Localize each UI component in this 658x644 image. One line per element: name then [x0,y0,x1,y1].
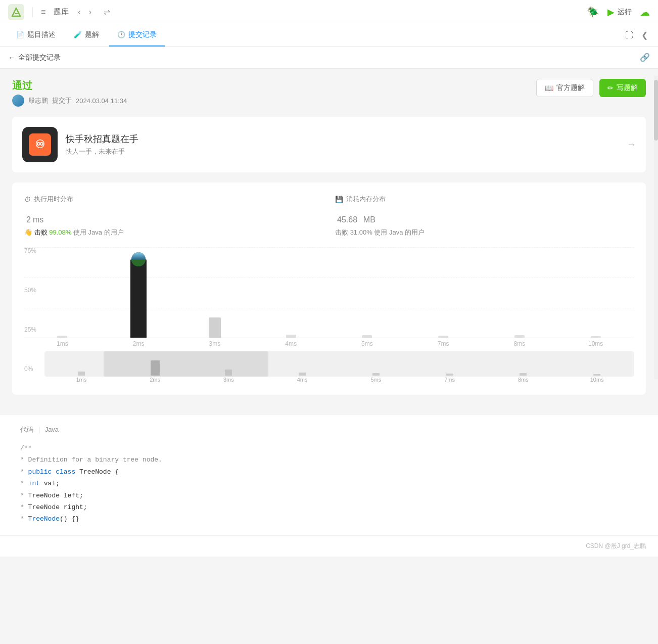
nav-arrows: ‹ › [75,7,95,18]
footer-text: CSDN @殷J grd_志鹏 [586,542,646,550]
code-section: 代码 | Java /** * Definition for a binary … [0,415,658,535]
code-line-6: * TreeNode right; [20,501,638,513]
xlabel-1ms: 1ms [24,340,101,347]
upload-icon[interactable]: ☁ [640,6,650,18]
banner-subtitle: 快人一手，未来在手 [66,147,138,156]
bar-group-5ms [329,247,405,338]
nav-shuffle-button[interactable]: ⇌ [101,6,113,18]
banner-left: ♾ 快手秋招真题在手 快人一手，未来在手 [22,127,138,162]
mini-chart-row [24,351,634,377]
share-link-icon[interactable]: 🔗 [640,53,650,62]
nav-back-button[interactable]: ‹ [75,7,83,18]
bar-group-1ms [24,247,101,338]
logo[interactable] [8,4,24,20]
tab-actions: ⛶ ❮ [623,28,650,42]
time-icon: ⏱ [24,196,31,203]
nav-title: 题库 [54,7,69,17]
code-line-4: * int val; [20,478,638,489]
official-solution-button[interactable]: 📖 官方题解 [536,79,593,97]
mini-bar-4ms-bar [299,373,306,376]
scroll-thumb[interactable] [654,80,658,141]
nav-list-icon: ≡ [41,8,45,17]
mini-xlabel-3ms: 3ms [192,377,266,383]
submission-date: 2024.03.04 11:34 [76,97,127,105]
collapse-button[interactable]: ❮ [639,28,650,42]
code-block: /** * Definition for a binary tree node.… [20,442,638,525]
bar-group-2ms [101,247,177,338]
chart-bars [24,247,634,338]
chart-bars-area: 1ms 2ms 3ms 4ms 5ms 7ms 8ms 10ms [24,247,634,347]
mini-xlabel-7ms: 7ms [413,377,487,383]
tab-description[interactable]: 📄 题目描述 [8,24,64,47]
tab-solution-icon: 🧪 [74,31,82,38]
mini-bar-5ms [339,354,413,377]
run-button[interactable]: ▶ 运行 [607,7,632,18]
xlabel-3ms: 3ms [177,340,253,347]
memory-desc-prefix: 击败 [335,228,348,236]
run-play-icon: ▶ [607,7,615,18]
mini-bar-8ms [487,354,560,377]
time-value: 2ms [24,210,323,226]
memory-desc: 击败 31.00% 使用 Java 的用户 [335,228,634,237]
code-line-5: * TreeNode left; [20,490,638,501]
bar-1ms [57,336,67,338]
write-solution-button[interactable]: ✏ 写题解 [599,79,646,97]
code-lang: Java [45,426,59,433]
write-label: 写题解 [617,83,638,93]
submitted-label: 提交于 [52,96,72,105]
memory-label-text: 消耗内存分布 [346,195,386,204]
banner-logo: ♾ [22,127,58,162]
nav-forward-button[interactable]: › [86,7,95,18]
mini-xlabel-1ms: 1ms [44,377,118,383]
bar-group-4ms [253,247,329,338]
nav-right: 🪲 ▶ 运行 ☁ [587,6,650,18]
back-button[interactable]: ← 全部提交记录 [8,53,61,62]
bar-7ms [438,336,448,338]
banner-text: 快手秋招真题在手 快人一手，未来在手 [66,133,138,156]
code-meta: 代码 | Java [20,425,638,434]
tab-description-icon: 📄 [16,31,24,38]
chart-area: 75% 50% 25% 0% [24,247,634,383]
mini-bar-4ms [265,354,339,377]
scroll-track[interactable] [654,76,658,379]
y-label-0: 0% [24,365,41,373]
time-wave-icon: 👋 [24,228,32,236]
write-icon: ✏ [607,84,614,92]
status-right: 📖 官方题解 ✏ 写题解 [536,79,646,97]
chart-main: 75% 50% 25% 0% [24,247,634,347]
memory-number: 45.68 [337,215,357,224]
footer: CSDN @殷J grd_志鹏 [0,535,658,557]
tab-submissions[interactable]: 🕐 提交记录 [109,24,165,47]
mini-bar-5ms-bar [372,373,380,376]
back-label: 全部提交记录 [18,53,61,62]
tab-description-label: 题目描述 [27,30,56,39]
mini-chart-handle[interactable] [104,351,268,377]
bar-group-8ms [482,247,558,338]
bar-8ms [514,335,525,338]
memory-stat-label: 💾 消耗内存分布 [335,195,634,204]
code-line-1: /** [20,442,638,454]
xlabel-10ms: 10ms [557,340,634,347]
mini-xlabel-4ms: 4ms [265,377,339,383]
xlabel-8ms: 8ms [482,340,558,347]
bar-group-10ms [557,247,634,338]
time-stat-label: ⏱ 执行用时分布 [24,195,323,204]
time-number: 2 [26,215,31,224]
tab-solution[interactable]: 🧪 题解 [66,24,107,47]
code-separator: | [38,426,40,433]
official-label: 官方题解 [556,83,585,93]
official-icon: 📖 [545,84,553,92]
fullscreen-button[interactable]: ⛶ [623,28,635,42]
tab-submissions-icon: 🕐 [117,31,125,38]
time-stat-section: ⏱ 执行用时分布 2ms 👋 击败 99.08% 使用 Java 的用户 [24,195,323,237]
banner-card[interactable]: ♾ 快手秋招真题在手 快人一手，未来在手 → [12,117,646,172]
status-meta: 殷志鹏 提交于 2024.03.04 11:34 [12,95,127,107]
debug-icon[interactable]: 🪲 [587,6,599,18]
tab-bar: 📄 题目描述 🧪 题解 🕐 提交记录 ⛶ ❮ [0,24,658,47]
xlabel-4ms: 4ms [253,340,329,347]
run-label: 运行 [618,8,632,17]
xlabel-7ms: 7ms [405,340,482,347]
time-desc-suffix: 使用 Java 的用户 [73,228,124,236]
mini-x-labels: 1ms 2ms 3ms 4ms 5ms 7ms 8ms 10ms [44,377,634,383]
banner-title: 快手秋招真题在手 [66,133,138,145]
